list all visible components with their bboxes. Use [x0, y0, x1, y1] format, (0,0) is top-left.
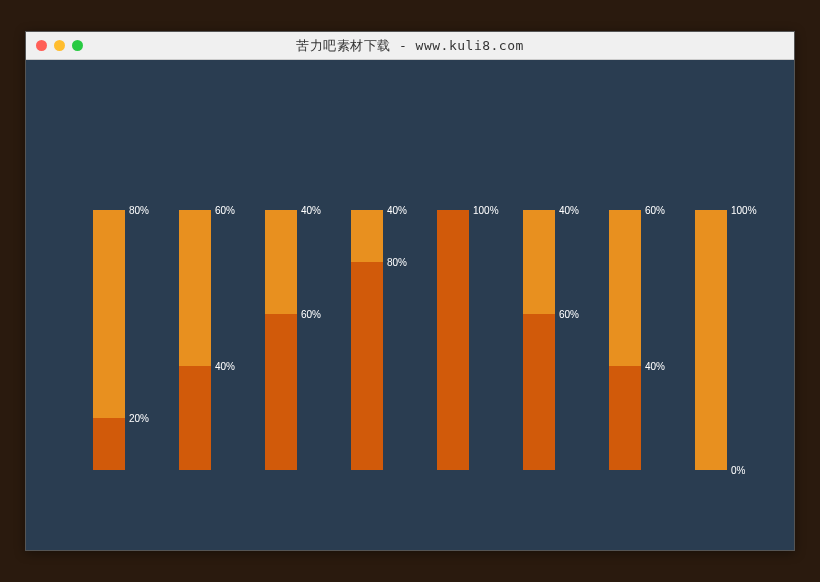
bar-top-label: 60% [645, 205, 665, 216]
bar-top-segment: 40% [265, 210, 297, 314]
bar-0: 80%20% [93, 210, 125, 470]
bar-bottom-segment: 40% [179, 366, 211, 470]
bar-top-label: 60% [215, 205, 235, 216]
bar-7: 100%0% [695, 210, 727, 470]
bar-bottom-segment: 80% [351, 262, 383, 470]
bar-top-segment: 40% [351, 210, 383, 262]
bar-top-label: 100% [473, 205, 499, 216]
bar-bottom-label: 0% [731, 465, 745, 476]
bar-top-segment: 40% [523, 210, 555, 314]
titlebar: 苦力吧素材下载 - www.kuli8.com [26, 32, 794, 60]
zoom-icon[interactable] [72, 40, 83, 51]
bar-bottom-label: 60% [301, 309, 321, 320]
minimize-icon[interactable] [54, 40, 65, 51]
bar-top-label: 100% [731, 205, 757, 216]
bar-4: 100% [437, 210, 469, 470]
bar-top-label: 40% [301, 205, 321, 216]
bar-2: 40%60% [265, 210, 297, 470]
bar-top-label: 40% [387, 205, 407, 216]
bar-bottom-label: 60% [559, 309, 579, 320]
bar-bottom-segment: 20% [93, 418, 125, 470]
bar-bottom-segment: 40% [609, 366, 641, 470]
bar-top-segment: 80% [93, 210, 125, 418]
bar-5: 40%60% [523, 210, 555, 470]
bar-6: 60%40% [609, 210, 641, 470]
bar-bottom-label: 40% [645, 361, 665, 372]
bar-top-label: 40% [559, 205, 579, 216]
bar-top-segment: 60% [609, 210, 641, 366]
bar-bottom-label: 40% [215, 361, 235, 372]
bar-1: 60%40% [179, 210, 211, 470]
bar-bottom-label: 80% [387, 257, 407, 268]
bar-bottom-segment: 60% [265, 314, 297, 470]
bar-bottom-label: 20% [129, 413, 149, 424]
bar-3: 40%80% [351, 210, 383, 470]
bar-top-segment: 60% [179, 210, 211, 366]
bar-bottom-segment: 60% [523, 314, 555, 470]
bar-top-label: 80% [129, 205, 149, 216]
bar-top-segment: 100% [437, 210, 469, 470]
close-icon[interactable] [36, 40, 47, 51]
chart-area: 80%20%60%40%40%60%40%80%100%40%60%60%40%… [26, 60, 794, 550]
app-window: 苦力吧素材下载 - www.kuli8.com 80%20%60%40%40%6… [25, 31, 795, 551]
window-title: 苦力吧素材下载 - www.kuli8.com [26, 37, 794, 55]
bar-top-segment: 100%0% [695, 210, 727, 470]
traffic-lights [26, 40, 83, 51]
